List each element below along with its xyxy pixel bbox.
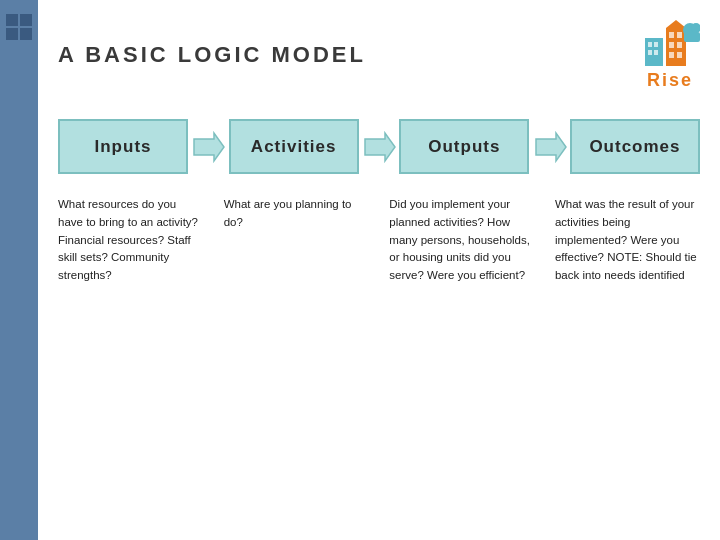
logo-text: Rise	[647, 70, 693, 91]
svg-rect-3	[648, 50, 652, 55]
header: A BASIC LOGIC MODEL	[58, 18, 700, 91]
deco-square-4	[20, 28, 32, 40]
svg-rect-6	[669, 32, 674, 38]
svg-rect-9	[677, 42, 682, 48]
svg-rect-4	[654, 50, 658, 55]
flow-box-outputs: Outputs	[399, 119, 529, 174]
flow-box-inputs: Inputs	[58, 119, 188, 174]
main-content: A BASIC LOGIC MODEL	[38, 0, 720, 540]
page: A BASIC LOGIC MODEL	[0, 0, 720, 540]
svg-rect-2	[654, 42, 658, 47]
page-title: A BASIC LOGIC MODEL	[58, 42, 366, 68]
deco-square-2	[20, 14, 32, 26]
rise-logo-icon	[640, 18, 700, 68]
flow-box-outcomes: Outcomes	[570, 119, 700, 174]
svg-rect-1	[648, 42, 652, 47]
svg-marker-18	[536, 133, 566, 161]
flow-row: Inputs Activities Outputs	[58, 119, 700, 174]
desc-outcomes: What was the result of your activities b…	[555, 196, 700, 285]
desc-inputs: What resources do you have to bring to a…	[58, 196, 203, 285]
svg-rect-15	[684, 32, 700, 42]
sidebar	[0, 0, 38, 540]
arrow-1	[190, 129, 226, 165]
desc-activities: What are you planning to do?	[224, 196, 369, 285]
svg-marker-17	[365, 133, 395, 161]
desc-outputs: Did you implement your planned activitie…	[389, 196, 534, 285]
svg-marker-12	[666, 20, 686, 28]
svg-rect-11	[677, 52, 682, 58]
svg-rect-8	[669, 42, 674, 48]
svg-marker-16	[194, 133, 224, 161]
arrow-3	[532, 129, 568, 165]
svg-rect-10	[669, 52, 674, 58]
arrow-2	[361, 129, 397, 165]
svg-rect-7	[677, 32, 682, 38]
deco-square-1	[6, 14, 18, 26]
logo-area: Rise	[640, 18, 700, 91]
desc-row: What resources do you have to bring to a…	[58, 196, 700, 285]
deco-square-3	[6, 28, 18, 40]
flow-box-activities: Activities	[229, 119, 359, 174]
